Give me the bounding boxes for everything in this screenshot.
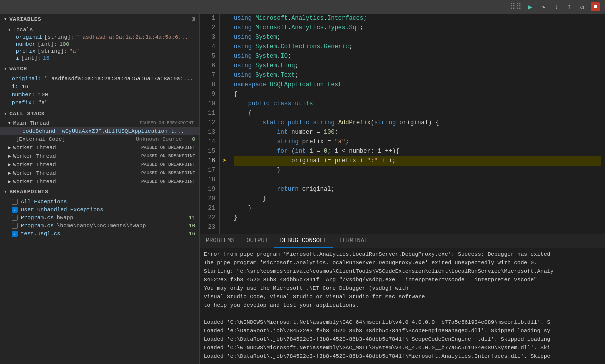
breakpoints-section: ▾ BREAKPOINTS All Exceptions ✓ User-Unha… [0,186,200,239]
worker-thread-1[interactable]: ▶ Worker Thread PAUSED ON BREAKPOINT [0,144,200,152]
frame-name-0: __codeBehind__wCyUUaAxxZJF.dll!USQLAppli… [16,128,184,134]
external-code-frame[interactable]: [External Code] Unknown Source 0 [0,136,200,144]
watch-prefix[interactable]: prefix: "a" [0,99,200,107]
callstack-content: ▾ Main Thread PAUSED ON BREAKPOINT __cod… [0,119,200,186]
code-line-22: } [234,214,601,223]
bp-test-usql-label: test.usql.cs [21,231,60,237]
watch-header[interactable]: ▾ WATCH [0,64,200,74]
tab-terminal[interactable]: TERMINAL [333,234,374,248]
bp-user-unhandled-label: User-Unhandled Exceptions [21,207,104,213]
bp-all-exceptions[interactable]: All Exceptions [0,198,200,206]
watch-collapse-icon: ▾ [4,66,8,72]
step-into-icon[interactable]: ↓ [552,2,561,12]
code-line-2: using Microsoft.Analytics.Types.Sql; [234,24,601,33]
bp-all-exceptions-label: All Exceptions [21,199,67,205]
bp-user-unhandled-checkbox[interactable]: ✓ [12,207,18,213]
code-line-19: return original; [234,185,601,194]
worker-thread-3-badge: PAUSED ON BREAKPOINT [142,162,196,168]
var-original[interactable]: original [string]: " asdfasdfa:0a:1a:2a:… [0,34,200,41]
callstack-section: ▾ CALL STACK ▾ Main Thread PAUSED ON BRE… [0,108,200,186]
breakpoints-collapse-icon: ▾ [4,188,8,195]
console-line-7: to help you develop and test your applic… [204,302,601,310]
console-line-6: Visual Studio Code, Visual Studio or Vis… [204,293,601,302]
variables-expand-icon[interactable]: ⊞ [192,16,196,22]
console-output[interactable]: Error from pipe program 'Microsoft.Analy… [200,248,605,364]
code-line-14: string prefix = "a"; [234,138,601,147]
console-line-9: Loaded 'C:\WINDOWS\Microsoft.Net\assembl… [204,318,601,327]
watch-i[interactable]: i: 16 [0,83,200,91]
stack-frame-0[interactable]: __codeBehind__wCyUUaAxxZJF.dll!USQLAppli… [0,128,200,136]
worker-thread-5[interactable]: ▶ Worker Thread PAUSED ON BREAKPOINT [0,178,200,186]
bp-program-cs-path[interactable]: Program.cs \home\nandy\Documents\hwapp 1… [0,222,200,230]
bp-test-usql-count: 16 [189,231,196,237]
bp-user-unhandled[interactable]: ✓ User-Unhandled Exceptions [0,206,200,214]
left-panel: ▾ VARIABLES ⊞ ▾ Locals original [string]… [0,14,200,364]
breakpoints-content: All Exceptions ✓ User-Unhandled Exceptio… [0,197,200,239]
variables-header[interactable]: ▾ VARIABLES ⊞ [0,14,200,24]
console-line-0: Error from pipe program 'Microsoft.Analy… [204,250,601,259]
main-thread-label: Main Thread [14,120,50,126]
tab-output[interactable]: OUTPUT [241,234,274,248]
line-numbers: 1 2 3 4 5 6 7 8 9 10 11 12 13 14 15 16 1 [200,14,220,234]
bp-program-cs-hwapp-checkbox[interactable] [12,215,18,221]
watch-original[interactable]: original: " asdfasdfa:0a:1a:2a:3a:4a:5a:… [0,75,200,83]
main-thread-header[interactable]: ▾ Main Thread PAUSED ON BREAKPOINT [0,119,200,128]
stop-icon[interactable]: ■ [591,2,600,12]
debug-toolbar: ⠿⠿ ▶ ↷ ↓ ↑ ↺ ■ [0,0,605,14]
step-out-icon[interactable]: ↑ [565,2,574,12]
worker-thread-2[interactable]: ▶ Worker Thread PAUSED ON BREAKPOINT [0,152,200,160]
code-editor[interactable]: 1 2 3 4 5 6 7 8 9 10 11 12 13 14 15 16 1 [200,14,605,234]
locals-group[interactable]: ▾ Locals [0,26,200,34]
code-line-7: using System.Text; [234,71,601,80]
console-line-8: ----------------------------------------… [204,310,601,318]
bp-test-usql[interactable]: ✓ test.usql.cs 16 [0,230,200,238]
code-line-16[interactable]: original += prefix + ":" + i; [234,156,601,166]
var-number[interactable]: number [int]: 100 [0,41,200,48]
worker-thread-2-badge: PAUSED ON BREAKPOINT [142,154,196,159]
worker-thread-5-badge: PAUSED ON BREAKPOINT [142,180,196,184]
bp-program-cs-path-checkbox[interactable] [12,223,18,229]
grid-icon: ⠿⠿ [510,2,522,12]
code-line-1: using Microsoft.Analytics.Interfaces; [234,14,601,24]
worker-thread-3-expand: ▶ [8,162,12,168]
code-content[interactable]: using Microsoft.Analytics.Interfaces; us… [230,14,605,234]
code-line-3: using System; [234,33,601,42]
worker-thread-5-label: Worker Thread [14,179,56,185]
variables-section: ▾ VARIABLES ⊞ ▾ Locals original [string]… [0,14,200,63]
continue-icon[interactable]: ▶ [526,2,535,12]
step-over-icon[interactable]: ↷ [539,2,548,12]
worker-thread-3-label: Worker Thread [14,162,56,168]
tab-debug-console[interactable]: DEBUG CONSOLE [274,234,334,248]
variables-actions: ⊞ [192,16,196,22]
tab-problems[interactable]: PROBLEMS [200,234,241,248]
callstack-header[interactable]: ▾ CALL STACK [0,108,200,119]
breakpoints-title: BREAKPOINTS [10,189,48,195]
bp-test-usql-checkbox[interactable]: ✓ [12,231,18,237]
bp-program-cs-path-loc: \home\nandy\Documents\hwapp [57,223,146,229]
restart-icon[interactable]: ↺ [578,2,587,12]
callstack-title: CALL STACK [10,111,45,117]
var-i[interactable]: i [int]: 16 [0,55,200,62]
unknown-source-line: 0 [192,136,196,142]
bp-program-cs-hwapp[interactable]: Program.cs hwapp 11 [0,214,200,222]
worker-thread-4[interactable]: ▶ Worker Thread PAUSED ON BREAKPOINT [0,169,200,178]
console-line-10: Loaded 'e:\DataRoot\.job\784522e3-f3b8-4… [204,327,601,336]
watch-title: WATCH [10,66,28,72]
console-tab-bar: PROBLEMS OUTPUT DEBUG CONSOLE TERMINAL [200,234,605,248]
worker-thread-3[interactable]: ▶ Worker Thread PAUSED ON BREAKPOINT [0,160,200,169]
callstack-collapse-icon: ▾ [4,110,8,117]
console-line-12: Loaded 'C:\WINDOWS\Microsoft.Net\assembl… [204,344,601,352]
code-line-11: { [234,109,601,118]
console-line-3: 84522e3-f3b8-4520-86b3-48dbb5c7841f -Arg… [204,276,601,284]
console-line-2: Starting: "e:\src\cosmos\private\cosmos\… [204,268,601,276]
watch-number[interactable]: number: 100 [0,91,200,99]
var-prefix[interactable]: prefix [string]: "a" [0,48,200,55]
worker-thread-4-label: Worker Thread [14,170,56,176]
bp-all-exceptions-checkbox[interactable] [12,199,18,205]
locals-collapse-icon: ▾ [8,26,12,33]
code-line-23 [234,223,601,232]
code-line-15: for (int i = 0; i < number; i ++){ [234,147,601,156]
breakpoints-header[interactable]: ▾ BREAKPOINTS [0,186,200,197]
watch-content: original: " asdfasdfa:0a:1a:2a:3a:4a:5a:… [0,74,200,108]
code-line-17: } [234,166,601,176]
